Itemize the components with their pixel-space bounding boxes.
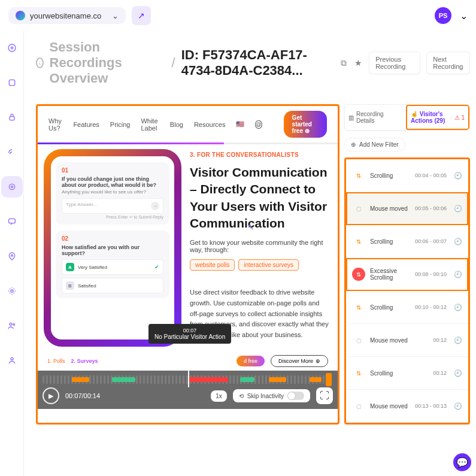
open-external-button[interactable]: ↗ [132,6,151,25]
nav-blog[interactable]: Blog [170,121,183,128]
rail-privacy[interactable] [1,107,23,128]
action-label: Scrolling [370,172,410,179]
svg-rect-2 [10,117,14,120]
svg-point-6 [11,254,13,256]
bc-overview[interactable]: Session Recordings Overview [50,40,166,86]
surveys-tab[interactable]: 2. Surveys [71,358,98,364]
action-timestamp: 00:12 [433,337,447,343]
rail-settings[interactable] [1,280,23,302]
site-selector[interactable]: yourwebsitename.co ⌄ [8,7,126,24]
rail-analytics[interactable] [1,141,23,163]
svg-rect-1 [9,80,14,85]
plus-icon: ⊕ [351,141,356,148]
nav-why[interactable]: Why Us? [48,117,62,132]
clock-icon: 🕘 [454,238,462,245]
action-timestamp: 00:06 - 00:07 [415,238,447,244]
tab-recording-details[interactable]: ▥ Recording Details [345,105,406,130]
svg-rect-5 [8,219,15,223]
lead-text: Get to know your website community the r… [190,239,329,253]
scroll-icon: ⇅ [352,169,365,182]
rail-users[interactable] [1,315,23,336]
svg-point-10 [11,357,13,360]
timeline-track[interactable] [43,375,333,384]
bc-recording-id: ID: F57374CA-AF17-4734-8D4A-C2384... [181,47,333,78]
player-panel: Why Us? Features Pricing White Label Blo… [36,104,339,425]
rail-dashboard[interactable] [1,72,23,93]
avatar[interactable]: PS [435,7,451,24]
avatar-chevron-icon: ⌄ [460,10,468,22]
globe-icon [16,11,25,20]
side-panel: ▥ Recording Details ☝ Visitor's Actions … [344,104,470,425]
answer-input: Type Answer...→ [62,198,163,214]
eyebrow: 3. FOR THE CONVERSATIONALISTS [190,151,329,158]
free-button[interactable]: d free [237,356,265,366]
clock-icon: 🕘 [454,205,462,213]
mouse-icon: ◌ [352,399,365,413]
external-link-icon: ↗ [138,11,145,20]
next-recording-button[interactable]: Next Recording [426,51,470,74]
polls-tab[interactable]: 1. Polls [47,358,65,364]
action-row[interactable]: ◌Mouse moved00:05 - 00:06🕘 [346,192,468,225]
timeline-tooltip: 00:07 No Particular Visitor Action [148,324,231,344]
svg-point-9 [13,324,15,326]
action-row[interactable]: ⇅Scrolling00:10 - 00:12🕘 [346,291,468,324]
svg-point-8 [10,323,12,325]
action-timestamp: 00:13 - 00:13 [415,403,447,409]
section-title: Visitor Communication – Directly Connect… [190,164,329,232]
discover-more-button[interactable]: Discover More ⊕ [271,355,328,367]
flag-icon[interactable]: 🇺🇸 [236,120,244,128]
add-filter-button[interactable]: ⊕ Add New Filter [344,138,405,151]
scrubber-handle[interactable] [326,373,332,386]
nav-white[interactable]: White Label [141,117,159,132]
pointer-icon: ☝ [411,111,418,117]
clock-icon: 🕘 [454,369,462,377]
action-timestamp: 00:10 - 00:12 [415,304,447,310]
rail-location[interactable] [1,245,23,267]
mouse-icon: ◌ [352,333,365,347]
scroll-icon: ⇅ [352,235,365,248]
nav-pricing[interactable]: Pricing [110,121,131,128]
action-row[interactable]: ⇅Scrolling00:06 - 00:07🕘 [346,225,468,258]
copy-icon[interactable]: ⧉ [339,56,348,69]
action-row[interactable]: ⇅Scrolling00:04 - 00:05🕘 [346,159,468,192]
chat-icon: 💬 [456,457,468,468]
errors-count[interactable]: ⚠1 [454,114,465,121]
excess-icon: ⇅ [352,268,365,281]
star-icon[interactable]: ★ [354,56,363,69]
action-label: Mouse moved [370,337,428,344]
actions-list: ⇅Scrolling00:04 - 00:05🕘◌Mouse moved00:0… [344,157,470,425]
rail-add[interactable] [1,37,23,59]
rail-recordings[interactable] [1,176,23,198]
action-row[interactable]: ◌Mouse moved00:12🕘 [346,324,468,357]
get-started-button[interactable]: Get started free ⊕ [284,111,327,138]
play-button[interactable]: ▶ [43,387,59,404]
action-row[interactable]: ⇅Scrolling00:12🕘 [346,357,468,390]
site-name: yourwebsitename.co [30,11,101,20]
fullscreen-button[interactable]: ⛶ [316,387,333,404]
clock-icon: 🕘 [454,304,462,311]
at-icon[interactable]: @ [255,120,262,129]
action-timestamp: 00:12 [433,370,447,376]
clock-icon: 🕘 [454,336,462,344]
clock-icon: 🕘 [454,172,462,180]
action-label: Scrolling [370,304,410,311]
nav-features[interactable]: Features [73,121,99,128]
toggle-switch[interactable] [287,392,304,400]
speed-button[interactable]: 1x [211,390,227,402]
rail-chat[interactable] [1,211,23,232]
tag-polls[interactable]: website polls [190,259,235,271]
prev-recording-button[interactable]: Previous Recording [369,51,420,74]
back-button[interactable]: ‹ [36,57,44,68]
playhead[interactable] [188,371,189,387]
mouse-icon: ◌ [352,202,365,215]
help-button[interactable]: 💬 [453,453,471,471]
svg-point-3 [9,184,14,189]
skip-inactivity-toggle[interactable]: ⟲ Skip Inactivity [233,389,310,402]
skip-icon: ⟲ [239,393,244,399]
nav-resources[interactable]: Resources [194,121,226,128]
tab-visitor-actions[interactable]: ☝ Visitor's Actions (29) · ⚠1 [406,105,469,130]
tag-surveys[interactable]: interactive surveys [238,259,299,271]
action-row[interactable]: ◌Mouse moved00:13 - 00:13🕘 [346,390,468,423]
action-row[interactable]: ⇅Excessive Scrolling00:08 - 00:10🕘 [346,258,468,291]
rail-user[interactable] [1,350,23,371]
